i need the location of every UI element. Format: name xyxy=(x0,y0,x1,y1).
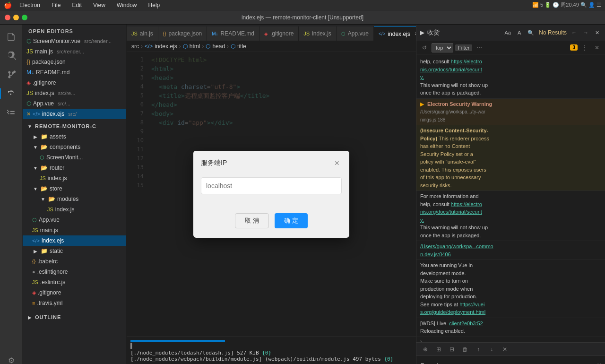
tree-components[interactable]: ▼ 📂 components xyxy=(23,142,126,152)
expand-btn[interactable]: › xyxy=(416,337,605,339)
system-tray: 📶 5 🔋 🕐 周20:49 🔍 👤 ☰ xyxy=(532,1,601,9)
activity-git[interactable] xyxy=(3,66,20,83)
bottom-btn-down[interactable]: ↓ xyxy=(486,344,497,355)
open-editor-indexejs[interactable]: ✕ </> index.ejs src/ xyxy=(23,109,126,119)
log-info: For more information and help, consult h… xyxy=(416,191,605,241)
wds-link[interactable]: client?e0b3:52 xyxy=(449,321,483,326)
bottom-btn-up[interactable]: ↑ xyxy=(473,344,484,355)
activity-extensions[interactable] xyxy=(3,104,20,121)
dialog-close-btn[interactable]: ✕ xyxy=(332,158,342,168)
activity-search[interactable] xyxy=(3,47,20,64)
bottom-btn-2[interactable]: ⊞ xyxy=(433,344,444,355)
bottom-btn-delete[interactable]: 🗑 xyxy=(460,344,470,355)
folder-icon: 📁 xyxy=(41,248,48,254)
menu-help[interactable]: Help xyxy=(145,1,164,9)
confirm-button[interactable]: 确 定 xyxy=(275,213,308,228)
dialog-body xyxy=(193,173,349,211)
bottom-btn-3[interactable]: ⊟ xyxy=(447,344,457,355)
breadcrumb-html[interactable]: html xyxy=(190,43,200,50)
open-editor-screenmonitor[interactable]: ⬡ ScreenMonitor.vue src/render... xyxy=(23,36,126,46)
tree-indexejs[interactable]: </> index.ejs xyxy=(23,235,126,246)
log-link[interactable]: https://electronis.org/docs/tutorial/sec… xyxy=(420,201,482,223)
tree-static[interactable]: ▶ 📁 static xyxy=(23,246,126,256)
search-icon[interactable]: 🔍 xyxy=(526,29,536,36)
open-editor-packagejson[interactable]: {} package.json xyxy=(23,57,126,67)
breadcrumb-head[interactable]: head xyxy=(212,43,225,50)
menu-edit[interactable]: Edit xyxy=(68,1,86,9)
md-file-icon: M↓ xyxy=(212,31,218,36)
tree-assets[interactable]: ▶ 📁 assets xyxy=(23,131,126,142)
tree-travis[interactable]: ≡ .travis.yml xyxy=(23,298,126,308)
tree-eslintignore[interactable]: ● .eslintignore xyxy=(23,267,126,277)
tree-router[interactable]: ▼ 📂 router xyxy=(23,163,126,173)
more-options-btn[interactable]: ⋮ xyxy=(579,43,590,53)
activity-files[interactable] xyxy=(3,28,20,45)
tree-mainjs[interactable]: JS main.js xyxy=(23,225,126,235)
filter-btn[interactable]: Filter xyxy=(455,44,472,51)
minimize-button[interactable] xyxy=(13,15,19,20)
tab-indexjs[interactable]: JS index.js xyxy=(299,26,337,41)
file-label: .gitignore xyxy=(38,289,61,296)
font-size-btn[interactable]: Aa xyxy=(503,29,513,36)
tab-appvue[interactable]: ⬡ App.vue xyxy=(337,26,374,41)
bottom-btn-1[interactable]: ⊕ xyxy=(420,344,431,355)
menu-file[interactable]: File xyxy=(48,1,64,9)
path-link[interactable]: /Users/guang/workspa...common.dev.js:040… xyxy=(420,243,493,257)
tree-screenmonitor[interactable]: ⬡ ScreenMonit... xyxy=(23,152,126,163)
tree-babelrc[interactable]: {} .babelrc xyxy=(23,256,126,267)
context-select[interactable]: top xyxy=(432,43,453,52)
tree-store-indexjs[interactable]: JS index.js xyxy=(23,204,126,215)
tree-appvue[interactable]: ⬡ App.vue xyxy=(23,215,126,225)
menu-view[interactable]: View xyxy=(89,1,109,9)
open-editor-indexjs[interactable]: JS index.js src/re... xyxy=(23,88,126,98)
settings-btn[interactable]: ⋯ xyxy=(474,43,484,53)
file-path: src/render... xyxy=(57,49,84,54)
open-editor-appvue[interactable]: ⬡ App.vue src/... xyxy=(23,98,126,109)
tab-readme[interactable]: M↓ README.md xyxy=(207,26,259,41)
open-editor-mainjs[interactable]: JS main.js src/render... xyxy=(23,46,126,57)
close-devtools-btn[interactable]: ✕ xyxy=(592,43,602,53)
tree-router-indexjs[interactable]: JS index.js xyxy=(23,173,126,183)
tree-modules[interactable]: ▼ 📂 modules xyxy=(23,194,126,204)
tree-gitignore2[interactable]: ◈ .gitignore xyxy=(23,287,126,298)
close-button[interactable] xyxy=(5,15,10,20)
activity-settings[interactable]: ⚙ xyxy=(3,352,20,364)
refresh-btn[interactable]: ↺ xyxy=(419,43,430,53)
console-close-btn[interactable]: ✕ xyxy=(597,362,601,364)
scroll-bar[interactable] xyxy=(130,340,225,342)
bottom-btn-close[interactable]: ✕ xyxy=(500,344,510,355)
menu-electron[interactable]: Electron xyxy=(16,1,44,9)
folder-icon: 📁 xyxy=(41,133,48,140)
open-editor-gitignore[interactable]: ◈ .gitignore xyxy=(23,78,126,88)
cancel-button[interactable]: 取 消 xyxy=(235,213,269,228)
vue-icon: ⬡ xyxy=(26,100,31,107)
tab-close-btn[interactable]: ✕ xyxy=(413,30,416,38)
breadcrumb-title[interactable]: title xyxy=(237,43,246,50)
outline-title[interactable]: ▶ OUTLINE xyxy=(23,312,126,322)
close-search-btn[interactable]: ✕ xyxy=(593,29,601,36)
prev-result-btn[interactable]: ← xyxy=(570,29,579,36)
activity-debug[interactable] xyxy=(3,85,20,102)
tab-gitignore[interactable]: ◈ .gitignore xyxy=(259,26,299,41)
project-tree-title[interactable]: ▼ REMOTE-MONITOR-C xyxy=(23,121,126,131)
tab-indexejs[interactable]: </> index.ejs ✕ xyxy=(374,26,416,41)
tab-package-json[interactable]: {} package.json xyxy=(158,26,207,41)
font-bold-btn[interactable]: A xyxy=(516,29,523,36)
menu-window[interactable]: Window xyxy=(113,1,141,9)
warning-icon: ▶ xyxy=(420,101,424,107)
breadcrumb-indexejs[interactable]: index.ejs xyxy=(155,43,177,50)
breadcrumb-icon: </> xyxy=(145,43,153,50)
open-editor-readme[interactable]: M↓ README.md xyxy=(23,67,126,78)
next-result-btn[interactable]: → xyxy=(581,29,590,36)
log-link[interactable]: https://electronis.org/docs/tutorial/sec… xyxy=(420,59,482,80)
maximize-button[interactable] xyxy=(22,15,27,20)
breadcrumb-src[interactable]: src xyxy=(131,43,139,50)
server-ip-input[interactable] xyxy=(201,177,342,194)
ejs-icon: </> xyxy=(32,238,40,243)
devtools-arrow[interactable]: ▶ xyxy=(420,29,424,36)
tab-ain-js[interactable]: JS ain.js xyxy=(127,26,158,41)
tree-eslintrc[interactable]: JS .eslintrc.js xyxy=(23,277,126,287)
log-link[interactable]: https://vueis.org/guide/deployment.html xyxy=(420,302,485,315)
tree-store[interactable]: ▼ 📂 store xyxy=(23,183,126,194)
js-file-icon: JS xyxy=(131,31,138,36)
